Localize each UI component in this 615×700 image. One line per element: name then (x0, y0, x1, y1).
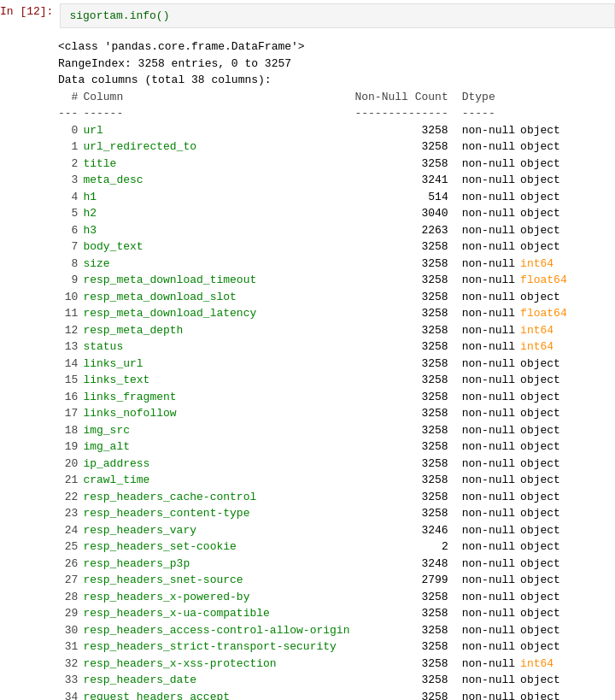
row-dtype: object (520, 172, 572, 189)
row-dtype: object (520, 689, 572, 701)
row-nonnull: non-null (462, 456, 520, 473)
row-num: 30 (58, 622, 83, 639)
row-num: 32 (58, 656, 83, 673)
row-dtype: object (520, 156, 572, 173)
row-colname: img_alt (83, 438, 354, 456)
row-nonnull: non-null (462, 389, 520, 406)
row-nonnull: non-null (462, 305, 520, 322)
table-row: 23resp_headers_content-type3258non-nullo… (58, 505, 572, 522)
row-num: 17 (58, 405, 83, 422)
row-colname: status (83, 338, 354, 356)
table-row: 11resp_meta_download_latency3258non-null… (58, 305, 572, 322)
row-dtype: object (520, 472, 572, 489)
row-colname: resp_headers_strict-transport-security (83, 638, 354, 656)
notebook-cell-12: In [12]: sigortam.info() (0, 0, 615, 32)
row-nonnull: non-null (462, 422, 520, 439)
table-row: 2title3258non-nullobject (58, 156, 572, 173)
row-count: 3258 (354, 238, 453, 256)
row-colname: links_text (83, 372, 354, 389)
row-count: 3258 (354, 156, 453, 173)
col-header-dtype: Dtype (462, 89, 520, 106)
row-count: 2263 (354, 222, 453, 239)
row-count: 3248 (354, 556, 453, 573)
row-dtype: object (520, 622, 572, 639)
row-colname: resp_meta_download_slot (83, 289, 354, 306)
row-count: 3258 (354, 638, 453, 656)
row-num: 26 (58, 556, 83, 573)
row-colname: title (83, 156, 354, 173)
row-dtype: float64 (520, 305, 572, 322)
table-row: 0url3258non-nullobject (58, 122, 572, 139)
row-num: 8 (58, 256, 83, 273)
row-colname: links_nofollow (83, 405, 354, 422)
table-row: 31resp_headers_strict-transport-security… (58, 638, 572, 656)
table-row: 4h1514non-nullobject (58, 189, 572, 206)
table-row: 9resp_meta_download_timeout3258non-nullf… (58, 272, 572, 289)
row-nonnull: non-null (462, 272, 520, 289)
row-num: 33 (58, 672, 83, 689)
sep-hash: --- (58, 105, 83, 122)
row-colname: resp_headers_p3p (83, 556, 354, 573)
table-separator-row: --- ------ -------------- ----- (58, 105, 572, 122)
row-count: 3258 (354, 689, 453, 701)
table-row: 21crawl_time3258non-nullobject (58, 472, 572, 489)
table-row: 1url_redirected_to3258non-nullobject (58, 138, 572, 156)
cell-output: <class 'pandas.core.frame.DataFrame'> Ra… (0, 32, 615, 700)
row-num: 14 (58, 356, 83, 373)
row-num: 22 (58, 489, 83, 506)
table-header-row: # Column Non-Null Count Dtype (58, 89, 572, 106)
table-row: 17links_nofollow3258non-nullobject (58, 405, 572, 422)
sep-dtype: ----- (462, 105, 520, 122)
row-nonnull: non-null (462, 356, 520, 373)
row-colname: crawl_time (83, 472, 354, 489)
row-nonnull: non-null (462, 638, 520, 656)
row-colname: h2 (83, 205, 354, 222)
row-colname: resp_headers_set-cookie (83, 538, 354, 556)
table-row: 6h32263non-nullobject (58, 222, 572, 239)
table-row: 18img_src3258non-nullobject (58, 422, 572, 439)
row-num: 7 (58, 238, 83, 256)
row-nonnull: non-null (462, 338, 520, 356)
row-colname: links_fragment (83, 389, 354, 406)
row-nonnull: non-null (462, 472, 520, 489)
row-nonnull: non-null (462, 189, 520, 206)
table-row: 12resp_meta_depth3258non-nullint64 (58, 322, 572, 339)
row-count: 2 (354, 538, 453, 556)
row-count: 3258 (354, 505, 453, 522)
cell-label: In [12]: (0, 3, 60, 18)
row-nonnull: non-null (462, 589, 520, 606)
row-colname: resp_headers_vary (83, 522, 354, 539)
row-dtype: int64 (520, 322, 572, 339)
row-num: 34 (58, 689, 83, 701)
row-colname: resp_headers_x-powered-by (83, 589, 354, 606)
row-dtype: object (520, 505, 572, 522)
table-row: 14links_url3258non-nullobject (58, 356, 572, 373)
cell-input-box[interactable]: sigortam.info() (60, 3, 615, 28)
row-dtype: object (520, 605, 572, 622)
row-num: 3 (58, 172, 83, 189)
row-count: 3258 (354, 338, 453, 356)
row-nonnull: non-null (462, 489, 520, 506)
row-colname: resp_headers_snet-source (83, 572, 354, 589)
row-count: 3258 (354, 272, 453, 289)
table-row: 19img_alt3258non-nullobject (58, 438, 572, 456)
table-row: 32resp_headers_x-xss-protection3258non-n… (58, 656, 572, 673)
row-nonnull: non-null (462, 405, 520, 422)
row-colname: url_redirected_to (83, 138, 354, 156)
row-nonnull: non-null (462, 205, 520, 222)
row-count: 514 (354, 189, 453, 206)
row-colname: url (83, 122, 354, 139)
row-colname: resp_meta_download_latency (83, 305, 354, 322)
row-colname: body_text (83, 238, 354, 256)
row-num: 24 (58, 522, 83, 539)
row-nonnull: non-null (462, 556, 520, 573)
table-row: 10resp_meta_download_slot3258non-nullobj… (58, 289, 572, 306)
dataframe-info-table: # Column Non-Null Count Dtype --- ------… (58, 89, 572, 701)
row-colname: h1 (83, 189, 354, 206)
row-dtype: object (520, 572, 572, 589)
table-row: 7body_text3258non-nullobject (58, 238, 572, 256)
table-row: 27resp_headers_snet-source2799non-nullob… (58, 572, 572, 589)
row-num: 5 (58, 205, 83, 222)
row-count: 3258 (354, 456, 453, 473)
row-count: 3258 (354, 489, 453, 506)
